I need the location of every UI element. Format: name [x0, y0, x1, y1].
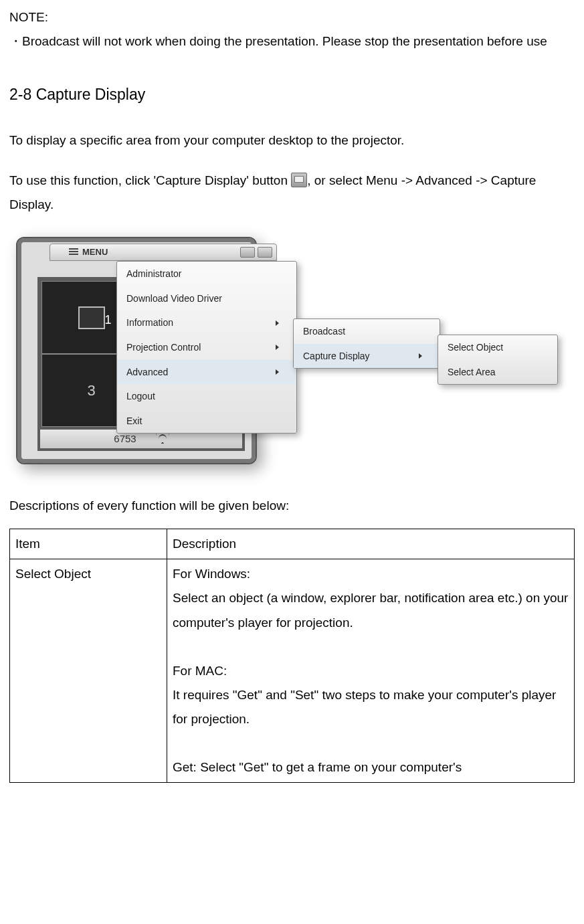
menu-item-label: Download Video Driver: [126, 290, 222, 308]
table-cell-item: Select Object: [10, 559, 167, 783]
table-cell-description: For Windows: Select an object (a window,…: [167, 559, 575, 783]
note-bullet: ・: [9, 34, 22, 48]
context-menu-level-3: Select ObjectSelect Area: [437, 335, 558, 385]
functions-table: Item Description Select Object For Windo…: [9, 529, 575, 783]
menu-item-download-video-driver[interactable]: Download Video Driver: [117, 286, 296, 311]
section-heading: 2-8 Capture Display: [9, 80, 575, 110]
wifi-icon: [157, 434, 169, 444]
menu-item-information[interactable]: Information: [117, 310, 296, 335]
desc-windows-text: Select an object (a window, explorer bar…: [173, 591, 568, 629]
menu-item-select-object[interactable]: Select Object: [438, 335, 557, 360]
howto-paragraph: To use this function, click 'Capture Dis…: [9, 169, 575, 217]
capture-display-icon: [291, 173, 307, 187]
monitor-icon: [78, 306, 105, 329]
title-bar: MENU: [50, 244, 277, 261]
menu-screenshot-figure: 2 3 4 6753 MENU AdministratorDownload Vi…: [9, 233, 571, 474]
context-menu-level-2: BroadcastCapture Display: [293, 318, 440, 369]
close-button[interactable]: [258, 247, 272, 258]
menu-item-projection-control[interactable]: Projection Control: [117, 335, 296, 360]
menu-item-logout[interactable]: Logout: [117, 384, 296, 409]
menu-item-select-area[interactable]: Select Area: [438, 360, 557, 385]
desc-mac-text: It requires "Get" and "Set" two steps to…: [173, 688, 556, 726]
table-row: Select Object For Windows: Select an obj…: [10, 559, 575, 783]
note-text: Broadcast will not work when doing the p…: [22, 34, 547, 48]
menu-item-exit[interactable]: Exit: [117, 409, 296, 434]
context-menu-level-1: AdministratorDownload Video DriverInform…: [116, 261, 297, 434]
menu-item-advanced[interactable]: Advanced: [117, 360, 296, 385]
menu-item-label: Administrator: [126, 265, 181, 283]
chevron-right-icon: [276, 320, 279, 326]
table-head-item: Item: [10, 529, 167, 559]
menu-item-label: Broadcast: [303, 322, 345, 341]
chevron-right-icon: [276, 369, 279, 375]
minimize-button[interactable]: [240, 247, 255, 258]
chevron-right-icon: [419, 353, 422, 359]
desc-mac-label: For MAC:: [173, 664, 227, 678]
menu-item-label: Projection Control: [126, 339, 201, 357]
desc-get-text: Get: Select "Get" to get a frame on your…: [173, 760, 462, 774]
menu-item-label: Logout: [126, 387, 155, 405]
note-label: NOTE:: [9, 10, 48, 24]
desc-windows-label: For Windows:: [173, 567, 250, 581]
title-bar-label: MENU: [82, 244, 108, 261]
menu-item-administrator[interactable]: Administrator: [117, 262, 296, 286]
table-header-row: Item Description: [10, 529, 575, 559]
menu-item-label: Select Area: [448, 363, 496, 381]
intro-paragraph: To display a specific area from your com…: [9, 128, 575, 153]
howto-pre: To use this function, click 'Capture Dis…: [9, 173, 291, 187]
note-block: NOTE: ・Broadcast will not work when doin…: [9, 5, 575, 54]
chevron-right-icon: [276, 345, 279, 350]
menu-icon[interactable]: [69, 248, 78, 256]
menu-item-label: Information: [126, 314, 173, 332]
menu-item-label: Capture Display: [303, 347, 370, 365]
descriptions-intro: Descriptions of every function will be g…: [9, 494, 575, 518]
menu-item-label: Exit: [126, 412, 142, 430]
menu-item-label: Advanced: [126, 363, 168, 381]
menu-item-label: Select Object: [448, 339, 503, 357]
table-head-description: Description: [167, 529, 575, 559]
menu-item-broadcast[interactable]: Broadcast: [294, 319, 440, 344]
menu-item-capture-display[interactable]: Capture Display: [294, 344, 440, 369]
